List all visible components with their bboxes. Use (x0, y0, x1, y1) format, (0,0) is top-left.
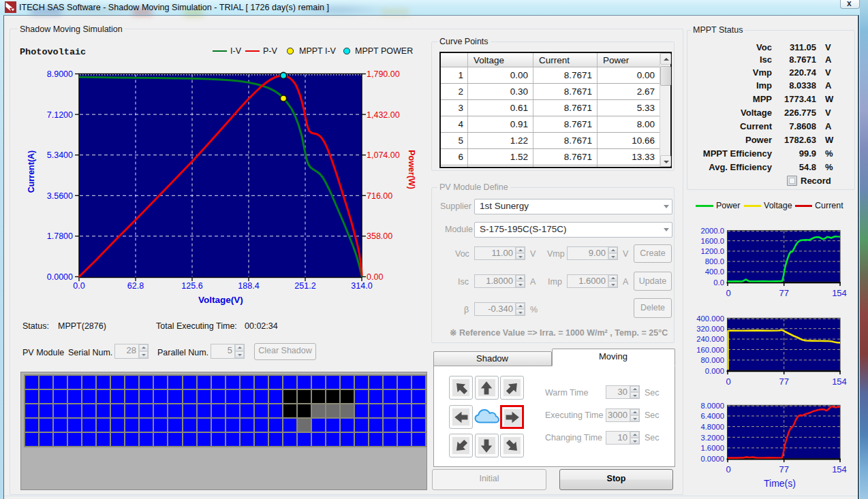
svg-text:0.0000: 0.0000 (700, 455, 724, 463)
svg-text:125.6: 125.6 (181, 281, 202, 291)
svg-text:154: 154 (832, 288, 847, 298)
svg-text:251.2: 251.2 (294, 281, 315, 291)
svg-text:4.8000: 4.8000 (700, 423, 724, 431)
svg-text:0.0: 0.0 (73, 281, 84, 291)
svg-text:400.000: 400.000 (696, 315, 724, 323)
svg-text:0.00: 0.00 (367, 272, 383, 282)
svg-text:80.000: 80.000 (700, 356, 724, 364)
svg-text:2000.0: 2000.0 (700, 227, 724, 235)
svg-text:240.000: 240.000 (696, 335, 724, 343)
svg-text:154: 154 (832, 464, 847, 474)
svg-text:1200.0: 1200.0 (700, 247, 724, 255)
svg-text:314.0: 314.0 (351, 281, 372, 291)
svg-text:160.000: 160.000 (696, 346, 724, 354)
svg-text:0.0000: 0.0000 (47, 272, 73, 282)
svg-text:358.00: 358.00 (367, 231, 392, 241)
svg-text:1600.0: 1600.0 (700, 237, 724, 245)
svg-text:400.0: 400.0 (705, 268, 724, 276)
svg-text:1.6000: 1.6000 (700, 444, 724, 452)
svg-text:8.0000: 8.0000 (700, 402, 724, 410)
svg-text:800.0: 800.0 (705, 257, 724, 265)
svg-text:0: 0 (726, 376, 730, 387)
svg-text:0.000: 0.000 (705, 367, 724, 375)
svg-text:77: 77 (779, 464, 788, 474)
svg-text:0: 0 (726, 288, 730, 298)
svg-text:716.00: 716.00 (367, 191, 392, 201)
svg-text:3.5600: 3.5600 (47, 191, 73, 201)
svg-text:62.8: 62.8 (127, 281, 144, 291)
svg-text:1.7800: 1.7800 (47, 231, 73, 241)
svg-text:0.0: 0.0 (713, 278, 724, 287)
svg-text:188.4: 188.4 (238, 281, 259, 291)
svg-text:6.4000: 6.4000 (700, 412, 724, 420)
svg-text:Voltage(V): Voltage(V) (198, 295, 243, 305)
svg-text:0: 0 (726, 464, 730, 474)
svg-text:154: 154 (832, 376, 847, 387)
svg-text:3.2000: 3.2000 (700, 434, 724, 442)
svg-text:77: 77 (779, 376, 788, 387)
svg-text:77: 77 (779, 288, 788, 298)
svg-text:320.000: 320.000 (696, 325, 724, 333)
